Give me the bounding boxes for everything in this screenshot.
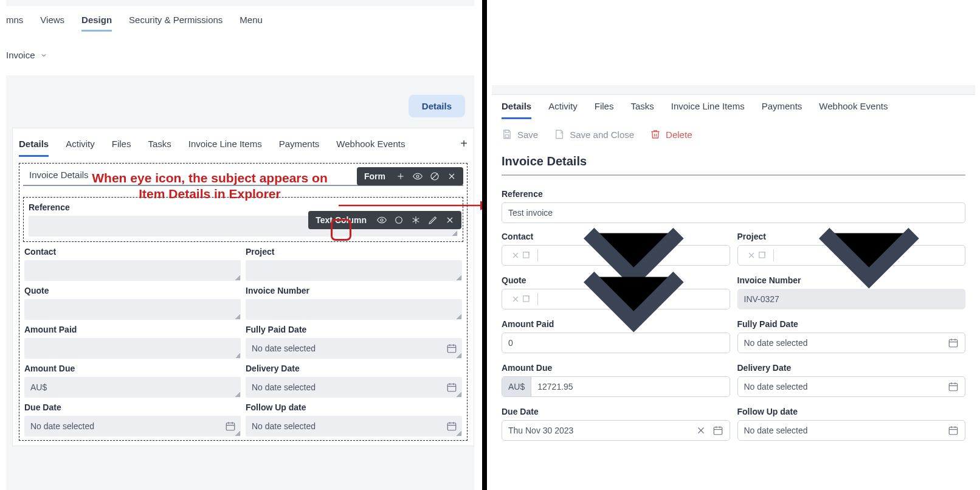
svg-rect-35 xyxy=(523,252,529,258)
calendar-icon xyxy=(713,425,723,436)
r-field-due-date: Due Date Thu Nov 30 2023 xyxy=(502,407,730,441)
r-input-delivery-date[interactable]: No date selected xyxy=(737,376,966,397)
rtab-files[interactable]: Files xyxy=(595,101,614,119)
field-amount-paid[interactable]: Amount Paid xyxy=(24,325,241,359)
field-delivery-date[interactable]: Delivery Date No date selected xyxy=(246,364,462,398)
label-fully-paid-date: Fully Paid Date xyxy=(246,325,462,334)
input-quote[interactable] xyxy=(24,299,241,320)
label-due-date: Due Date xyxy=(24,402,241,412)
form-close-button[interactable] xyxy=(444,168,460,184)
rtab-tasks[interactable]: Tasks xyxy=(630,101,654,119)
r-input-due-date[interactable]: Thu Nov 30 2023 xyxy=(502,420,730,441)
clear-icon[interactable] xyxy=(511,250,520,260)
rtab-activity[interactable]: Activity xyxy=(548,101,578,119)
field-amount-due[interactable]: Amount Due AU$ xyxy=(24,364,241,398)
rtab-payments[interactable]: Payments xyxy=(762,101,802,119)
field-reference-selected[interactable]: Reference Text Column xyxy=(23,197,463,242)
r-field-amount-due: Amount Due AU$ 12721.95 xyxy=(502,363,730,397)
form-disable-button[interactable] xyxy=(427,168,443,184)
r-input-project[interactable] xyxy=(737,245,966,266)
save-button[interactable]: Save xyxy=(502,129,538,140)
input-invoice-number[interactable] xyxy=(246,299,462,320)
r-input-amount-paid[interactable]: 0 xyxy=(502,333,730,353)
form-add-button[interactable] xyxy=(393,168,409,184)
rtab-invoice-line-items[interactable]: Invoice Line Items xyxy=(671,101,745,119)
subtab-invoice-line-items[interactable]: Invoice Line Items xyxy=(188,139,262,149)
r-value-due-date: Thu Nov 30 2023 xyxy=(508,426,573,435)
calendar-icon xyxy=(948,425,959,436)
chevron-down-icon[interactable] xyxy=(779,166,959,345)
r-value-amount-paid: 0 xyxy=(508,338,513,348)
input-contact[interactable] xyxy=(24,260,241,281)
add-tab-button[interactable]: + xyxy=(460,137,468,151)
field-project[interactable]: Project xyxy=(246,247,462,281)
no-date-text: No date selected xyxy=(252,343,316,353)
input-project[interactable] xyxy=(246,260,462,281)
r-input-follow-up-date[interactable]: No date selected xyxy=(737,420,966,441)
r-field-follow-up-date: Follow Up date No date selected xyxy=(737,407,966,441)
subtab-files[interactable]: Files xyxy=(112,139,131,149)
svg-point-2 xyxy=(416,175,419,178)
form-outline[interactable]: Form Invoice Details Reference Text Colu… xyxy=(19,163,468,441)
r-field-fully-paid-date: Fully Paid Date No date selected xyxy=(737,319,966,353)
rtab-details[interactable]: Details xyxy=(502,101,531,119)
input-fully-paid-date[interactable]: No date selected xyxy=(246,338,462,359)
tab-mns[interactable]: mns xyxy=(6,15,23,32)
field-invoice-number[interactable]: Invoice Number xyxy=(246,286,462,320)
subtab-activity[interactable]: Activity xyxy=(66,139,95,149)
tab-design[interactable]: Design xyxy=(81,15,112,32)
field-contact[interactable]: Contact xyxy=(24,247,241,281)
r-field-invoice-number: Invoice Number INV-0327 xyxy=(737,275,966,309)
clear-date-icon[interactable] xyxy=(695,425,706,436)
entity-dropdown[interactable]: Invoice xyxy=(6,50,47,60)
column-required-button[interactable] xyxy=(408,212,424,228)
field-follow-up-date[interactable]: Follow Up date No date selected xyxy=(246,402,462,437)
input-due-date[interactable]: No date selected xyxy=(24,416,241,437)
r-label-follow-up-date: Follow Up date xyxy=(737,407,966,416)
column-edit-button[interactable] xyxy=(425,212,441,228)
r-input-amount-due[interactable]: AU$ 12721.95 xyxy=(502,376,730,397)
svg-rect-26 xyxy=(447,423,456,430)
column-visibility-button[interactable] xyxy=(374,212,390,228)
input-amount-paid[interactable] xyxy=(24,338,241,359)
subtab-payments[interactable]: Payments xyxy=(279,139,320,149)
tab-menu[interactable]: Menu xyxy=(240,15,263,32)
form-visibility-button[interactable] xyxy=(410,168,426,184)
field-quote[interactable]: Quote xyxy=(24,286,241,320)
currency-prefix: AU$ xyxy=(502,377,531,396)
delete-label: Delete xyxy=(666,129,692,140)
r-input-fully-paid-date[interactable]: No date selected xyxy=(737,333,966,353)
r-field-delivery-date: Delivery Date No date selected xyxy=(737,363,966,397)
tab-security[interactable]: Security & Permissions xyxy=(129,15,223,32)
tab-views[interactable]: Views xyxy=(40,15,64,32)
rtab-webhook-events[interactable]: Webhook Events xyxy=(819,101,888,119)
svg-rect-31 xyxy=(505,130,509,133)
r-label-fully-paid-date: Fully Paid Date xyxy=(737,319,966,329)
save-close-button[interactable]: Save and Close xyxy=(554,129,634,140)
column-radio-button[interactable] xyxy=(391,212,407,228)
subtab-details[interactable]: Details xyxy=(19,139,49,157)
no-date-text: No date selected xyxy=(252,421,316,431)
open-icon[interactable] xyxy=(522,294,531,304)
r-value-invoice-number: INV-0327 xyxy=(744,294,779,304)
open-icon[interactable] xyxy=(757,250,767,260)
input-delivery-date[interactable]: No date selected xyxy=(246,377,462,398)
r-input-quote[interactable] xyxy=(502,289,730,309)
delete-button[interactable]: Delete xyxy=(650,129,692,140)
clear-icon[interactable] xyxy=(511,294,520,304)
field-due-date[interactable]: Due Date No date selected xyxy=(24,402,241,437)
svg-rect-56 xyxy=(949,427,958,435)
details-pill[interactable]: Details xyxy=(409,95,465,117)
input-follow-up-date[interactable]: No date selected xyxy=(246,416,462,437)
r-label-invoice-number: Invoice Number xyxy=(737,275,966,285)
clear-icon[interactable] xyxy=(747,250,756,260)
form-toolbar-label: Form xyxy=(361,171,392,181)
subtab-tasks[interactable]: Tasks xyxy=(148,139,171,149)
column-close-button[interactable] xyxy=(442,212,458,228)
open-icon[interactable] xyxy=(522,250,531,260)
field-fully-paid-date[interactable]: Fully Paid Date No date selected xyxy=(246,325,462,359)
column-toolbar: Text Column xyxy=(308,211,461,229)
chevron-down-icon[interactable] xyxy=(544,210,723,389)
subtab-webhook-events[interactable]: Webhook Events xyxy=(336,139,405,149)
input-amount-due[interactable]: AU$ xyxy=(24,377,241,398)
